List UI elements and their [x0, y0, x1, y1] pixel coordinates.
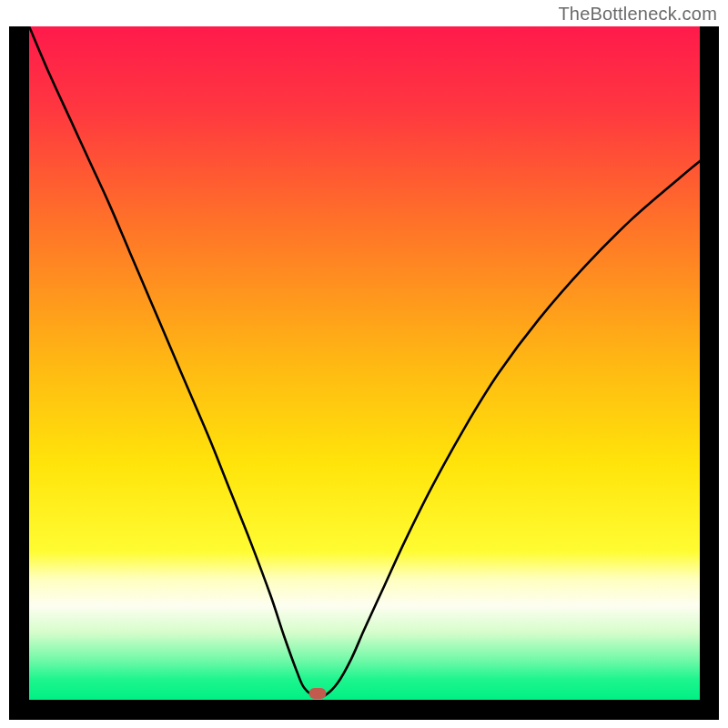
optimum-marker	[308, 688, 326, 699]
watermark-text: TheBottleneck.com	[558, 4, 717, 25]
bottleneck-curve	[29, 26, 700, 700]
chart-frame	[9, 26, 719, 720]
plot-area	[29, 26, 700, 700]
chart-container: TheBottleneck.com	[0, 0, 728, 728]
axis-bottom-border	[9, 700, 719, 720]
